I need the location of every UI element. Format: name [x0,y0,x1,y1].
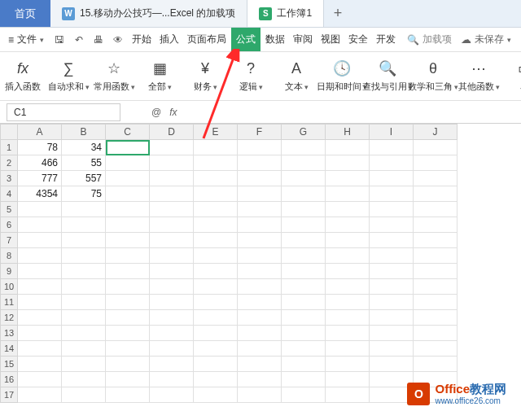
cell-F4[interactable] [238,186,282,202]
cell-C3[interactable] [106,171,150,186]
cell-C12[interactable] [106,310,150,326]
col-header-C[interactable]: C [106,124,150,140]
undo-icon[interactable]: ↶ [70,31,88,49]
col-header-D[interactable]: D [150,124,194,140]
cell-B12[interactable] [62,310,106,326]
other-button[interactable]: ⋯ 其他函数▾ [459,58,498,94]
cell-A3[interactable]: 777 [18,171,62,186]
row-header-12[interactable]: 12 [0,310,18,326]
cell-G11[interactable] [282,295,326,310]
cell-C15[interactable] [106,357,150,372]
cell-I11[interactable] [370,295,414,310]
cell-C4[interactable] [106,186,150,202]
col-header-E[interactable]: E [194,124,238,140]
cell-I8[interactable] [370,248,414,264]
row-header-11[interactable]: 11 [0,295,18,310]
cell-I6[interactable] [370,217,414,233]
cell-I12[interactable] [370,310,414,326]
cell-C10[interactable] [106,279,150,295]
cell-H2[interactable] [326,155,370,171]
cell-B5[interactable] [62,202,106,217]
cell-J10[interactable] [414,279,458,295]
cell-H15[interactable] [326,357,370,372]
cell-H4[interactable] [326,186,370,202]
insert-function-button[interactable]: fx 插入函数 [3,58,42,94]
fx-at-icon[interactable]: @ [151,107,161,118]
cell-B15[interactable] [62,357,106,372]
cell-I1[interactable] [370,140,414,155]
cell-C11[interactable] [106,295,150,310]
doc-tab-1[interactable]: W 15.移动办公技巧—...Excel 的加载项 [50,0,247,27]
home-tab[interactable]: 首页 [0,0,50,27]
cell-B10[interactable] [62,279,106,295]
row-header-6[interactable]: 6 [0,217,18,233]
cell-A14[interactable] [18,341,62,357]
cell-H8[interactable] [326,248,370,264]
text-button[interactable]: A 文本▾ [277,58,316,94]
col-header-A[interactable]: A [18,124,62,140]
tab-security[interactable]: 安全 [345,28,371,51]
row-header-1[interactable]: 1 [0,140,18,155]
cell-A13[interactable] [18,326,62,341]
cell-A2[interactable]: 466 [18,155,62,171]
cell-G8[interactable] [282,248,326,264]
row-header-16[interactable]: 16 [0,372,18,387]
cell-D4[interactable] [150,186,194,202]
cell-C17[interactable] [106,387,150,403]
cell-G15[interactable] [282,357,326,372]
cell-D13[interactable] [150,326,194,341]
math-button[interactable]: θ 数学和三角▾ [414,58,453,94]
print-icon[interactable]: 🖶 [90,31,107,49]
cell-E17[interactable] [194,387,238,403]
cell-H7[interactable] [326,233,370,248]
row-header-17[interactable]: 17 [0,387,18,403]
cell-I3[interactable] [370,171,414,186]
cell-G14[interactable] [282,341,326,357]
cell-F6[interactable] [238,217,282,233]
cell-I14[interactable] [370,341,414,357]
cell-J14[interactable] [414,341,458,357]
tab-dev[interactable]: 开发 [373,28,399,51]
cell-B2[interactable]: 55 [62,155,106,171]
cell-J7[interactable] [414,233,458,248]
cell-D6[interactable] [150,217,194,233]
cell-J2[interactable] [414,155,458,171]
name-button[interactable]: ▭ 名 [505,58,521,94]
cell-H12[interactable] [326,310,370,326]
cell-B8[interactable] [62,248,106,264]
cell-E2[interactable] [194,155,238,171]
cell-H10[interactable] [326,279,370,295]
cell-C6[interactable] [106,217,150,233]
cell-E6[interactable] [194,217,238,233]
cell-D14[interactable] [150,341,194,357]
col-header-I[interactable]: I [370,124,414,140]
tab-formula[interactable]: 公式 [231,28,260,51]
datetime-button[interactable]: 🕓 日期和时间▾ [322,58,361,94]
tab-data[interactable]: 数据 [262,28,288,51]
cell-A4[interactable]: 4354 [18,186,62,202]
cell-E9[interactable] [194,264,238,279]
cell-C13[interactable] [106,326,150,341]
cell-G17[interactable] [282,387,326,403]
name-box[interactable]: C1 [7,103,120,121]
cell-D9[interactable] [150,264,194,279]
cell-G4[interactable] [282,186,326,202]
cell-F8[interactable] [238,248,282,264]
cell-B13[interactable] [62,326,106,341]
cell-A16[interactable] [18,372,62,387]
cell-I9[interactable] [370,264,414,279]
col-header-B[interactable]: B [62,124,106,140]
cell-H14[interactable] [326,341,370,357]
cell-E11[interactable] [194,295,238,310]
cell-D16[interactable] [150,372,194,387]
cell-H6[interactable] [326,217,370,233]
cell-F5[interactable] [238,202,282,217]
addins-search[interactable]: 🔍 加载项 [401,33,458,46]
cell-D12[interactable] [150,310,194,326]
row-header-14[interactable]: 14 [0,341,18,357]
cell-H3[interactable] [326,171,370,186]
cell-G5[interactable] [282,202,326,217]
tab-page-layout[interactable]: 页面布局 [184,28,230,51]
cell-E3[interactable] [194,171,238,186]
cell-J1[interactable] [414,140,458,155]
